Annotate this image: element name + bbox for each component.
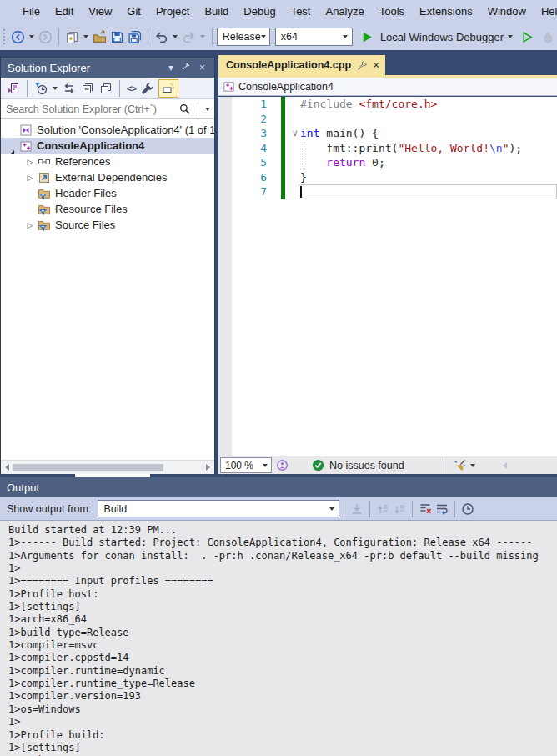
open-file-button[interactable] (91, 27, 108, 47)
filter-dropdown[interactable] (53, 87, 58, 90)
solution-explorer-title-bar[interactable]: Solution Explorer ▾ × (1, 58, 214, 78)
word-wrap-button[interactable] (434, 499, 450, 519)
wrench-icon (141, 82, 154, 95)
menu-help[interactable]: Help (534, 0, 557, 23)
scroll-left-icon[interactable] (503, 462, 507, 469)
new-project-dropdown[interactable] (83, 35, 88, 38)
navigate-forward-button[interactable] (37, 27, 54, 47)
new-project-button[interactable] (63, 27, 81, 47)
collapse-all-button[interactable] (78, 82, 97, 95)
code-line-5[interactable]: 5 return 0; (218, 155, 557, 170)
scrollbar-thumb[interactable] (13, 464, 163, 471)
run-target-dropdown[interactable] (508, 35, 513, 38)
toolbar-grip[interactable] (3, 28, 6, 45)
tree-item-consoleapplication4[interactable]: ConsoleApplication4 (1, 138, 214, 154)
zoom-level-combobox[interactable]: 100 % (220, 457, 272, 473)
tree-item-references[interactable]: ▷References (1, 154, 214, 169)
close-icon[interactable]: × (195, 62, 209, 73)
redo-icon (182, 30, 196, 44)
search-icon[interactable] (176, 103, 193, 115)
pin-icon[interactable] (178, 62, 195, 73)
pending-changes-window-button[interactable] (97, 82, 115, 95)
menu-view[interactable]: View (81, 0, 119, 23)
menu-window[interactable]: Window (480, 0, 534, 23)
redo-button[interactable] (180, 27, 198, 47)
menu-file[interactable]: File (15, 0, 48, 23)
redo-dropdown[interactable] (200, 35, 205, 38)
tree-item-resource-files[interactable]: Resource Files (1, 201, 214, 217)
menu-git[interactable]: Git (119, 0, 148, 23)
cpp-project-icon (223, 80, 235, 93)
expand-arrow-icon[interactable]: ▷ (23, 221, 38, 229)
tree-item-solution[interactable]: Solution 'ConsoleApplication4' (1 of 1 p… (1, 122, 214, 138)
find-message-button[interactable] (349, 499, 365, 519)
start-debugging-button[interactable] (359, 27, 376, 47)
solution-configuration-combobox[interactable]: Release (217, 28, 270, 46)
navigate-back-button[interactable] (9, 27, 27, 47)
output-line: 1> (8, 562, 557, 575)
filter-folder-icon (38, 187, 52, 200)
undo-button[interactable] (153, 27, 170, 47)
timestamp-button[interactable] (459, 499, 476, 519)
switch-views-button[interactable] (4, 82, 23, 95)
run-button-label[interactable]: Local Windows Debugger (380, 31, 504, 43)
sync-with-active-document-button[interactable] (60, 82, 78, 95)
expand-arrow-icon[interactable]: ▷ (23, 158, 38, 166)
menu-test[interactable]: Test (284, 0, 319, 23)
save-button[interactable] (108, 27, 126, 47)
toolbar-overflow-icon[interactable] (539, 27, 557, 47)
next-message-button[interactable] (391, 499, 408, 519)
menu-project[interactable]: Project (148, 0, 197, 23)
code-line-4[interactable]: 4 fmt::print("Hello, World!\n"); (218, 141, 557, 156)
code-line-6[interactable]: 6} (218, 170, 557, 185)
menu-analyze[interactable]: Analyze (318, 0, 371, 23)
menu-tools[interactable]: Tools (372, 0, 412, 23)
document-health-button[interactable] (276, 459, 289, 471)
menu-build[interactable]: Build (197, 0, 236, 23)
menu-extensions[interactable]: Extensions (412, 0, 480, 23)
horizontal-scrollbar[interactable] (1, 460, 214, 474)
scroll-right-icon[interactable] (206, 464, 210, 471)
tree-item-header-files[interactable]: Header Files (1, 185, 214, 201)
issues-indicator[interactable] (312, 459, 324, 471)
code-editor[interactable]: 1#include <fmt/core.h>23∨int main() {4 f… (218, 97, 557, 456)
menu-edit[interactable]: Edit (48, 0, 81, 23)
code-cleanup-dropdown[interactable] (470, 464, 475, 467)
start-without-debugging-button[interactable] (519, 27, 536, 47)
code-line-3[interactable]: 3∨int main() { (218, 126, 557, 141)
properties-button[interactable] (138, 82, 157, 95)
tree-item-source-files[interactable]: ▷Source Files (1, 217, 214, 233)
collapse-all-icon (81, 82, 94, 95)
code-text: return 0; (300, 156, 385, 169)
output-source-combobox[interactable]: Build (98, 500, 339, 517)
breadcrumb-project-name[interactable]: ConsoleApplication4 (238, 81, 334, 93)
editor-breadcrumb[interactable]: ConsoleApplication4 (218, 78, 557, 96)
scroll-left-icon[interactable] (5, 464, 9, 471)
navigate-back-dropdown[interactable] (29, 35, 34, 38)
external-dependencies-icon (38, 171, 52, 184)
pending-changes-filter-button[interactable] (32, 82, 50, 95)
code-line-2[interactable]: 2 (218, 112, 557, 127)
pin-icon[interactable] (357, 60, 368, 71)
expand-arrow-icon[interactable]: ▷ (23, 174, 38, 182)
menu-debug[interactable]: Debug (236, 0, 283, 23)
code-text: } (300, 171, 307, 184)
previous-message-button[interactable] (374, 499, 391, 519)
code-cleanup-button[interactable] (454, 459, 466, 471)
document-tab-consoleapplication4[interactable]: ConsoleApplication4.cpp × (218, 55, 385, 75)
tree-item-external-dependencies[interactable]: ▷External Dependencies (1, 169, 214, 185)
code-line-1[interactable]: 1#include <fmt/core.h> (218, 97, 557, 112)
output-panel-title-bar[interactable]: Output (0, 477, 557, 497)
search-options-dropdown[interactable] (205, 108, 210, 111)
clear-all-button[interactable] (417, 499, 434, 519)
undo-dropdown[interactable] (173, 35, 178, 38)
solution-explorer-toolbar: <> (1, 78, 214, 99)
solution-platform-combobox[interactable]: x64 (275, 28, 353, 46)
search-input[interactable] (1, 103, 176, 115)
window-options-chevron-icon[interactable]: ▾ (164, 62, 178, 73)
preview-selected-items-toggle[interactable] (158, 79, 178, 98)
close-icon[interactable]: × (373, 58, 379, 72)
view-code-icon[interactable]: <> (124, 83, 138, 93)
save-all-button[interactable] (126, 27, 143, 47)
output-log[interactable]: Build started at 12:39 PM...1>------ Bui… (0, 520, 557, 756)
